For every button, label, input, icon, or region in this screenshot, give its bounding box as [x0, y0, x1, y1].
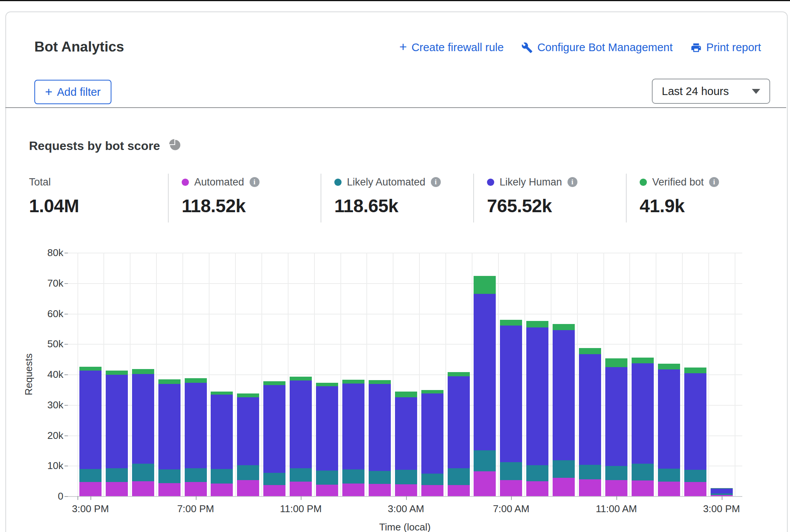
bar-0-verified[interactable] — [79, 367, 102, 371]
bar-11-verified[interactable] — [369, 380, 391, 384]
bar-23-automated[interactable] — [684, 482, 706, 496]
bar-9-verified[interactable] — [316, 383, 338, 387]
bar-1-verified[interactable] — [106, 371, 128, 374]
bar-14-automated[interactable] — [448, 485, 470, 497]
bar-5-likely_human[interactable] — [211, 395, 233, 469]
bar-14-likely_automated[interactable] — [448, 468, 470, 485]
bar-3-verified[interactable] — [158, 379, 181, 384]
bar-17-likely_human[interactable] — [526, 327, 548, 465]
bar-0-likely_automated[interactable] — [79, 469, 102, 482]
bar-3-automated[interactable] — [158, 483, 181, 496]
bar-21-verified[interactable] — [632, 358, 654, 363]
add-filter-button[interactable]: + Add filter — [34, 80, 111, 104]
bar-15-likely_human[interactable] — [474, 294, 496, 450]
bar-23-likely_human[interactable] — [684, 373, 706, 470]
action-link-configure-bot-management[interactable]: Configure Bot Management — [521, 41, 673, 54]
bar-19-automated[interactable] — [579, 479, 601, 496]
bar-21-automated[interactable] — [632, 480, 654, 496]
bar-24-likely_automated[interactable] — [711, 493, 733, 495]
bar-8-automated[interactable] — [290, 482, 312, 496]
bar-16-likely_human[interactable] — [500, 326, 522, 462]
bar-1-automated[interactable] — [106, 482, 128, 496]
bar-24-verified[interactable] — [711, 488, 733, 488]
bar-12-verified[interactable] — [395, 392, 417, 397]
info-icon[interactable]: i — [568, 177, 577, 187]
bar-16-likely_automated[interactable] — [500, 462, 522, 480]
bar-23-verified[interactable] — [684, 368, 706, 373]
bar-5-automated[interactable] — [211, 484, 233, 496]
bar-2-automated[interactable] — [132, 481, 154, 496]
bar-3-likely_automated[interactable] — [158, 469, 181, 483]
bar-2-verified[interactable] — [132, 369, 154, 374]
bar-11-automated[interactable] — [369, 484, 391, 496]
bar-9-likely_human[interactable] — [316, 386, 338, 471]
bar-4-verified[interactable] — [185, 378, 207, 383]
bar-10-likely_automated[interactable] — [342, 469, 364, 484]
bar-4-likely_human[interactable] — [185, 383, 207, 468]
bar-18-likely_automated[interactable] — [553, 460, 575, 478]
bar-20-verified[interactable] — [605, 358, 627, 367]
bar-24-likely_human[interactable] — [711, 488, 733, 493]
bar-7-automated[interactable] — [263, 485, 285, 497]
bar-16-automated[interactable] — [500, 480, 522, 496]
bar-10-automated[interactable] — [342, 484, 364, 496]
time-range-dropdown[interactable]: Last 24 hours — [652, 79, 770, 104]
bar-23-likely_automated[interactable] — [684, 470, 706, 482]
bar-19-verified[interactable] — [579, 348, 601, 354]
bar-6-verified[interactable] — [237, 393, 259, 397]
bar-8-likely_human[interactable] — [290, 380, 312, 468]
bar-20-likely_automated[interactable] — [605, 466, 627, 480]
bar-5-verified[interactable] — [211, 392, 233, 395]
bar-4-likely_automated[interactable] — [185, 468, 207, 482]
bar-9-automated[interactable] — [316, 485, 338, 496]
bar-17-automated[interactable] — [526, 481, 548, 496]
bar-13-verified[interactable] — [421, 390, 443, 394]
bar-15-automated[interactable] — [474, 471, 496, 496]
bar-3-likely_human[interactable] — [158, 384, 181, 469]
bar-13-automated[interactable] — [421, 485, 443, 496]
bar-12-automated[interactable] — [395, 484, 417, 496]
bar-2-likely_automated[interactable] — [132, 464, 154, 481]
bar-14-likely_human[interactable] — [448, 376, 470, 469]
bar-22-automated[interactable] — [658, 482, 680, 496]
bar-17-likely_automated[interactable] — [526, 465, 548, 481]
bar-2-likely_human[interactable] — [132, 374, 154, 464]
bar-6-likely_automated[interactable] — [237, 465, 259, 480]
bar-7-verified[interactable] — [263, 381, 285, 385]
bar-8-likely_automated[interactable] — [290, 468, 312, 482]
bar-18-automated[interactable] — [553, 478, 575, 496]
bar-7-likely_automated[interactable] — [263, 473, 285, 485]
bar-22-likely_human[interactable] — [658, 369, 680, 469]
bar-5-likely_automated[interactable] — [211, 469, 233, 483]
bar-20-likely_human[interactable] — [605, 367, 627, 466]
info-icon[interactable]: i — [709, 177, 719, 187]
bar-0-likely_human[interactable] — [79, 371, 102, 469]
bar-21-likely_human[interactable] — [632, 363, 654, 464]
bar-9-likely_automated[interactable] — [316, 471, 338, 485]
info-icon[interactable]: i — [431, 177, 441, 187]
bar-0-automated[interactable] — [79, 482, 102, 496]
bar-10-likely_human[interactable] — [342, 384, 364, 469]
bar-6-automated[interactable] — [237, 480, 259, 496]
bar-4-automated[interactable] — [185, 482, 207, 496]
bar-11-likely_human[interactable] — [369, 384, 391, 471]
bar-12-likely_automated[interactable] — [395, 470, 417, 484]
bar-8-verified[interactable] — [290, 377, 312, 380]
action-link-create-firewall-rule[interactable]: +Create firewall rule — [399, 41, 504, 54]
bar-19-likely_human[interactable] — [579, 354, 601, 465]
bar-11-likely_automated[interactable] — [369, 471, 391, 484]
bar-13-likely_automated[interactable] — [421, 474, 443, 485]
bar-19-likely_automated[interactable] — [579, 465, 601, 479]
bar-14-verified[interactable] — [448, 372, 470, 376]
bar-15-verified[interactable] — [474, 276, 496, 294]
bar-20-automated[interactable] — [605, 480, 627, 496]
bar-22-verified[interactable] — [658, 364, 680, 369]
bar-21-likely_automated[interactable] — [632, 464, 654, 480]
bar-6-likely_human[interactable] — [237, 397, 259, 465]
bar-16-verified[interactable] — [500, 320, 522, 326]
bar-13-likely_human[interactable] — [421, 393, 443, 474]
bar-10-verified[interactable] — [342, 380, 364, 384]
bar-22-likely_automated[interactable] — [658, 469, 680, 481]
action-link-print-report[interactable]: Print report — [690, 41, 761, 54]
bar-18-verified[interactable] — [553, 324, 575, 330]
